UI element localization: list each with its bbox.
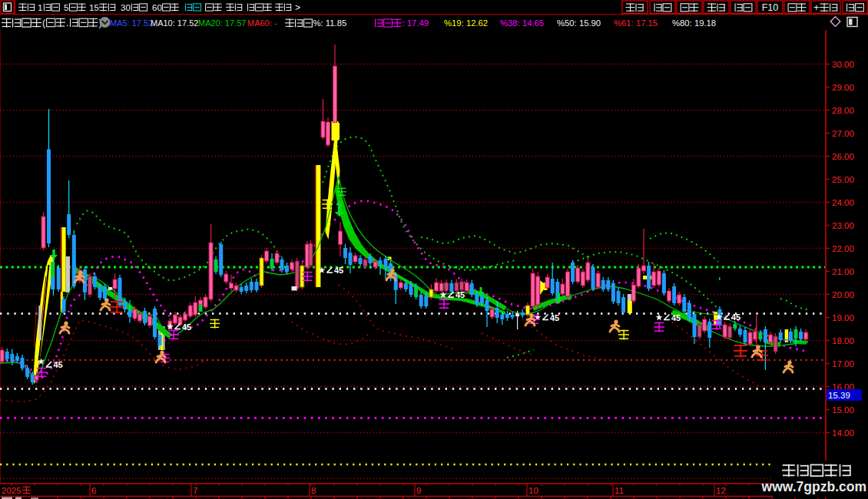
svg-text:15.39: 15.39: [828, 391, 850, 400]
svg-text:30.00: 30.00: [832, 60, 854, 69]
svg-text:>: >: [295, 2, 300, 13]
svg-text:26.00: 26.00: [832, 152, 854, 161]
svg-text:28.00: 28.00: [832, 106, 854, 115]
svg-text:45: 45: [731, 312, 740, 322]
svg-text:F10: F10: [762, 2, 779, 13]
svg-text:6: 6: [91, 486, 96, 495]
svg-text:MA10: 17.52: MA10: 17.52: [151, 18, 198, 28]
svg-text:%19: 12.62: %19: 12.62: [444, 18, 488, 28]
svg-text:.: .: [66, 18, 68, 28]
svg-text:9: 9: [416, 486, 421, 495]
svg-text:15: 15: [89, 3, 99, 12]
svg-text:%61: 17.15: %61: 17.15: [614, 18, 658, 28]
svg-text:45: 45: [334, 266, 343, 275]
svg-text:23.00: 23.00: [832, 221, 854, 230]
svg-text:7: 7: [193, 486, 197, 495]
svg-text:11: 11: [615, 486, 624, 495]
svg-text:18.00: 18.00: [832, 336, 854, 345]
svg-text:24.00: 24.00: [832, 198, 854, 207]
svg-text:45: 45: [182, 322, 191, 332]
svg-text:60: 60: [152, 3, 162, 12]
svg-text:14.00: 14.00: [832, 428, 854, 438]
svg-text:20.00: 20.00: [832, 290, 854, 299]
svg-text:30: 30: [121, 3, 131, 12]
svg-text:27.00: 27.00: [832, 129, 854, 138]
svg-text:25.00: 25.00: [832, 175, 854, 184]
svg-text:10: 10: [528, 486, 538, 495]
svg-text:2025: 2025: [2, 486, 22, 495]
svg-text:MA20: 17.57: MA20: 17.57: [198, 18, 246, 28]
svg-text:45: 45: [550, 313, 559, 322]
svg-text:45: 45: [671, 313, 681, 322]
svg-text:%38: 14.65: %38: 14.65: [500, 18, 544, 28]
svg-text:8: 8: [311, 486, 316, 495]
svg-text:45: 45: [456, 290, 465, 299]
svg-text:: 17.49: : 17.49: [403, 18, 429, 28]
svg-text:5: 5: [64, 3, 68, 12]
svg-text:12: 12: [716, 486, 726, 495]
svg-text:15.00: 15.00: [832, 405, 854, 415]
svg-text:MA60: -: MA60: -: [247, 18, 277, 28]
svg-text:22.00: 22.00: [832, 244, 854, 253]
svg-text:1: 1: [38, 3, 42, 12]
svg-text:45: 45: [54, 360, 63, 369]
svg-text:%50: 15.90: %50: 15.90: [557, 18, 601, 28]
svg-text:+: +: [813, 2, 820, 13]
svg-text:%: 11.85: %: 11.85: [313, 18, 347, 28]
svg-text:%80: 19.18: %80: 19.18: [672, 18, 716, 28]
svg-text:17.00: 17.00: [832, 359, 854, 368]
svg-text:29.00: 29.00: [832, 83, 854, 92]
svg-text:MA5: 17.52: MA5: 17.52: [110, 18, 153, 28]
svg-text:19.00: 19.00: [832, 313, 854, 322]
svg-text:www.7gpzb.com: www.7gpzb.com: [761, 479, 866, 494]
svg-text:21.00: 21.00: [832, 267, 854, 276]
